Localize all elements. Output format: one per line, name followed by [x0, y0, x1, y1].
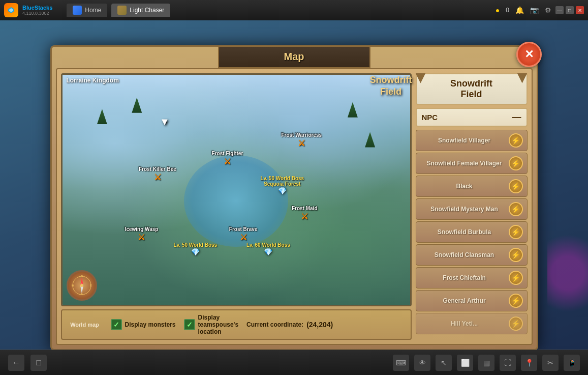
app-info: BlueStacks 4.110.0.3002: [22, 5, 52, 16]
npc-icon-clansman: ⚡: [509, 248, 523, 262]
scissors-button[interactable]: ✂: [542, 355, 559, 371]
map-canvas[interactable]: Lorraine Kingdom ▼ Frost Fighter ⚔ Frost…: [61, 73, 412, 306]
pin-button[interactable]: 📍: [521, 355, 537, 371]
npc-icon-frost-chieftain: ⚡: [509, 271, 523, 285]
bg-decoration: [547, 222, 588, 324]
npc-item-female-villager[interactable]: Snowfield Female Villager ⚡: [416, 153, 528, 174]
tablet-button[interactable]: ▦: [478, 355, 494, 371]
close-icon: ✕: [524, 48, 534, 61]
npc-item-snowfield-villager[interactable]: Snowfield Villager ⚡: [416, 130, 528, 151]
npc-item-burbula[interactable]: Snowfield Burbula ⚡: [416, 221, 528, 243]
map-pin-frost-warrioress[interactable]: Frost Warrioress ⚔: [281, 132, 322, 148]
npc-icon-female-villager: ⚡: [509, 156, 523, 170]
app-version: 4.110.0.3002: [22, 11, 52, 16]
dialog-title: Map: [284, 51, 304, 63]
eye-button[interactable]: 👁: [414, 355, 430, 371]
npc-panel: Snowdrift Field NPC — Snowfield Villager: [416, 73, 528, 340]
camera-icon[interactable]: 📷: [530, 6, 539, 14]
teamspouse-checkbox-label: Display teamspouse's location: [198, 314, 239, 335]
home-button[interactable]: □: [30, 355, 47, 371]
world-map-label: World map: [67, 322, 103, 328]
titlebar-controls: ● 0 🔔 📷 ⚙: [496, 6, 551, 14]
game-tab-icon: [117, 6, 127, 15]
map-dialog: Map ✕ Snowdrift Field: [50, 45, 538, 351]
bluestacks-logo: [4, 3, 18, 17]
points-value: 0: [506, 7, 509, 14]
npc-header: NPC —: [416, 108, 528, 127]
scissors-icon: ✂: [547, 359, 553, 367]
compass: N S W E: [67, 270, 97, 301]
close-window-button[interactable]: ✕: [576, 6, 584, 14]
screen-button[interactable]: ⬜: [457, 355, 473, 371]
dialog-header: Map: [218, 46, 370, 68]
npc-icon-black: ⚡: [509, 179, 523, 193]
maximize-button[interactable]: □: [566, 6, 574, 14]
taskbar: ← □ ⌨ 👁 ↖ ⬜ ▦ ⛶: [0, 350, 588, 375]
fullscreen-button[interactable]: ⛶: [500, 355, 516, 371]
phone-button[interactable]: 📱: [564, 355, 580, 371]
player-arrow: ▼: [160, 116, 170, 128]
display-teamspouse-checkbox[interactable]: ✓ Display teamspouse's location: [184, 314, 239, 335]
game-tab[interactable]: Light Chaser: [111, 4, 170, 17]
dialog-inner: Snowdrift Field Lorra: [56, 68, 533, 345]
map-pin-frost-brave[interactable]: Frost Brave ⚔: [229, 226, 258, 242]
pin-icon: 📍: [525, 359, 534, 367]
tablet-icon: ▦: [483, 359, 490, 367]
npc-item-clansman[interactable]: Snowfield Clansman ⚡: [416, 244, 528, 266]
npc-collapse-button[interactable]: —: [512, 112, 521, 123]
window-controls: — □ ✕: [555, 6, 584, 14]
npc-item-black[interactable]: Black ⚡: [416, 176, 528, 197]
close-dialog-button[interactable]: ✕: [516, 42, 542, 67]
notification-icon[interactable]: 🔔: [515, 6, 524, 14]
npc-item-hill-yeti[interactable]: Hill Yeti... ⚡: [416, 313, 528, 334]
screen-icon: ⬜: [461, 359, 470, 367]
svg-point-5: [80, 284, 83, 287]
fullscreen-icon: ⛶: [504, 359, 511, 367]
npc-icon-general-arthur: ⚡: [509, 294, 523, 308]
eye-icon: 👁: [419, 359, 426, 367]
home-tab[interactable]: Home: [67, 4, 107, 17]
svg-text:S: S: [81, 293, 83, 296]
svg-text:W: W: [72, 284, 74, 287]
location-banner: Snowdrift Field: [416, 73, 528, 105]
points-icon: ●: [496, 6, 500, 14]
monsters-check-box: ✓: [111, 319, 122, 330]
back-button[interactable]: ←: [8, 355, 24, 371]
tool-buttons: ⌨ 👁 ↖ ⬜ ▦ ⛶ 📍 ✂ 📱: [393, 355, 580, 371]
main-game-area: Map ✕ Snowdrift Field: [0, 20, 588, 375]
map-pin-world-boss-50[interactable]: Lv. 50 World Boss 💎: [173, 242, 217, 256]
svg-text:N: N: [81, 275, 83, 277]
nav-buttons: ← □: [8, 355, 47, 371]
svg-text:E: E: [90, 284, 92, 287]
phone-icon: 📱: [568, 359, 576, 367]
map-pin-world-boss-sequoia[interactable]: Lv. 50 World Boss Sequoia Forest 💎: [260, 176, 304, 195]
game-tab-label: Light Chaser: [130, 7, 164, 14]
map-pin-frost-maid[interactable]: Frost Maid ⚔: [292, 206, 318, 221]
map-bottom-bar: World map ✓ Display monsters ✓ Display t…: [61, 309, 412, 340]
minimize-button[interactable]: —: [555, 6, 564, 14]
npc-item-frost-chieftain[interactable]: Frost Chieftain ⚡: [416, 267, 528, 289]
npc-header-label: NPC: [422, 113, 438, 122]
map-pin-frost-fighter[interactable]: Frost Fighter ⚔: [212, 151, 243, 166]
compass-circle: N S W E: [67, 270, 97, 301]
map-pin-frost-killer-bee[interactable]: Frost Killer Bee ⚔: [139, 166, 176, 182]
npc-icon-burbula: ⚡: [509, 225, 523, 239]
teamspouse-check-box: ✓: [184, 319, 195, 330]
monsters-checkbox-label: Display monsters: [125, 321, 176, 328]
npc-icon-mystery-man: ⚡: [509, 202, 523, 216]
map-pin-icewing-wasp[interactable]: Icewing Wasp ⚔: [125, 226, 159, 242]
npc-list: Snowfield Villager ⚡ Snowfield Female Vi…: [416, 130, 528, 340]
cursor-icon: ↖: [441, 359, 447, 367]
display-monsters-checkbox[interactable]: ✓ Display monsters: [111, 319, 176, 330]
keyboard-button[interactable]: ⌨: [393, 355, 409, 371]
settings-icon[interactable]: ⚙: [545, 6, 551, 14]
map-region-label: Lorraine Kingdom: [67, 77, 119, 84]
npc-item-general-arthur[interactable]: General Arthur ⚡: [416, 290, 528, 311]
npc-item-mystery-man[interactable]: Snowfield Mystery Man ⚡: [416, 198, 528, 220]
home-tab-label: Home: [85, 7, 101, 14]
cursor-button[interactable]: ↖: [436, 355, 452, 371]
back-icon: ←: [12, 358, 20, 367]
map-pin-world-boss-60[interactable]: Lv. 60 World Boss 💎: [246, 242, 290, 256]
title-bar: BlueStacks 4.110.0.3002 Home Light Chase…: [0, 0, 588, 20]
world-map-section: World map: [67, 322, 103, 328]
